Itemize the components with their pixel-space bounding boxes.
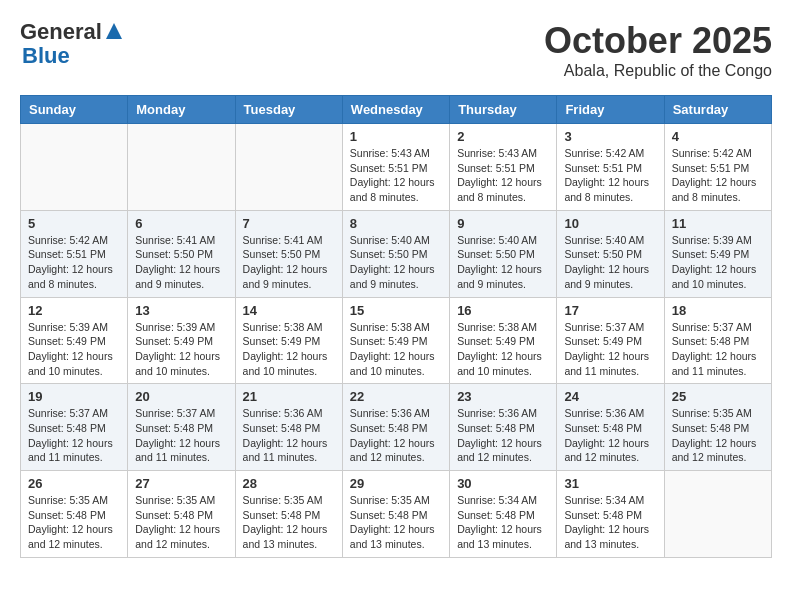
day-number: 23: [457, 389, 549, 404]
day-info: Sunrise: 5:37 AMSunset: 5:48 PMDaylight:…: [28, 406, 120, 465]
col-wednesday: Wednesday: [342, 96, 449, 124]
day-number: 17: [564, 303, 656, 318]
table-row: 29Sunrise: 5:35 AMSunset: 5:48 PMDayligh…: [342, 471, 449, 558]
day-info: Sunrise: 5:35 AMSunset: 5:48 PMDaylight:…: [672, 406, 764, 465]
day-number: 24: [564, 389, 656, 404]
table-row: 9Sunrise: 5:40 AMSunset: 5:50 PMDaylight…: [450, 210, 557, 297]
table-row: 21Sunrise: 5:36 AMSunset: 5:48 PMDayligh…: [235, 384, 342, 471]
day-info: Sunrise: 5:36 AMSunset: 5:48 PMDaylight:…: [457, 406, 549, 465]
svg-marker-0: [106, 23, 122, 39]
table-row: 11Sunrise: 5:39 AMSunset: 5:49 PMDayligh…: [664, 210, 771, 297]
day-number: 5: [28, 216, 120, 231]
calendar-header-row: Sunday Monday Tuesday Wednesday Thursday…: [21, 96, 772, 124]
table-row: 17Sunrise: 5:37 AMSunset: 5:49 PMDayligh…: [557, 297, 664, 384]
day-info: Sunrise: 5:38 AMSunset: 5:49 PMDaylight:…: [243, 320, 335, 379]
day-number: 7: [243, 216, 335, 231]
day-info: Sunrise: 5:36 AMSunset: 5:48 PMDaylight:…: [564, 406, 656, 465]
day-info: Sunrise: 5:40 AMSunset: 5:50 PMDaylight:…: [564, 233, 656, 292]
day-number: 29: [350, 476, 442, 491]
day-number: 9: [457, 216, 549, 231]
table-row: 15Sunrise: 5:38 AMSunset: 5:49 PMDayligh…: [342, 297, 449, 384]
table-row: 4Sunrise: 5:42 AMSunset: 5:51 PMDaylight…: [664, 124, 771, 211]
table-row: [128, 124, 235, 211]
day-number: 31: [564, 476, 656, 491]
day-number: 26: [28, 476, 120, 491]
table-row: 7Sunrise: 5:41 AMSunset: 5:50 PMDaylight…: [235, 210, 342, 297]
calendar-week-row: 19Sunrise: 5:37 AMSunset: 5:48 PMDayligh…: [21, 384, 772, 471]
day-info: Sunrise: 5:41 AMSunset: 5:50 PMDaylight:…: [243, 233, 335, 292]
day-number: 14: [243, 303, 335, 318]
day-info: Sunrise: 5:39 AMSunset: 5:49 PMDaylight:…: [672, 233, 764, 292]
col-sunday: Sunday: [21, 96, 128, 124]
day-number: 21: [243, 389, 335, 404]
day-number: 18: [672, 303, 764, 318]
day-info: Sunrise: 5:35 AMSunset: 5:48 PMDaylight:…: [243, 493, 335, 552]
day-number: 8: [350, 216, 442, 231]
day-number: 30: [457, 476, 549, 491]
table-row: 22Sunrise: 5:36 AMSunset: 5:48 PMDayligh…: [342, 384, 449, 471]
logo-general: General: [20, 20, 102, 44]
table-row: 13Sunrise: 5:39 AMSunset: 5:49 PMDayligh…: [128, 297, 235, 384]
day-info: Sunrise: 5:35 AMSunset: 5:48 PMDaylight:…: [135, 493, 227, 552]
table-row: [21, 124, 128, 211]
table-row: 20Sunrise: 5:37 AMSunset: 5:48 PMDayligh…: [128, 384, 235, 471]
day-number: 22: [350, 389, 442, 404]
day-info: Sunrise: 5:36 AMSunset: 5:48 PMDaylight:…: [350, 406, 442, 465]
calendar-week-row: 12Sunrise: 5:39 AMSunset: 5:49 PMDayligh…: [21, 297, 772, 384]
table-row: 12Sunrise: 5:39 AMSunset: 5:49 PMDayligh…: [21, 297, 128, 384]
col-friday: Friday: [557, 96, 664, 124]
day-number: 13: [135, 303, 227, 318]
day-info: Sunrise: 5:34 AMSunset: 5:48 PMDaylight:…: [564, 493, 656, 552]
logo-blue: Blue: [22, 44, 70, 68]
col-thursday: Thursday: [450, 96, 557, 124]
table-row: [235, 124, 342, 211]
day-info: Sunrise: 5:37 AMSunset: 5:48 PMDaylight:…: [135, 406, 227, 465]
table-row: 27Sunrise: 5:35 AMSunset: 5:48 PMDayligh…: [128, 471, 235, 558]
table-row: 2Sunrise: 5:43 AMSunset: 5:51 PMDaylight…: [450, 124, 557, 211]
table-row: 25Sunrise: 5:35 AMSunset: 5:48 PMDayligh…: [664, 384, 771, 471]
day-info: Sunrise: 5:34 AMSunset: 5:48 PMDaylight:…: [457, 493, 549, 552]
calendar-week-row: 1Sunrise: 5:43 AMSunset: 5:51 PMDaylight…: [21, 124, 772, 211]
day-number: 1: [350, 129, 442, 144]
table-row: 1Sunrise: 5:43 AMSunset: 5:51 PMDaylight…: [342, 124, 449, 211]
table-row: 3Sunrise: 5:42 AMSunset: 5:51 PMDaylight…: [557, 124, 664, 211]
table-row: 28Sunrise: 5:35 AMSunset: 5:48 PMDayligh…: [235, 471, 342, 558]
day-info: Sunrise: 5:42 AMSunset: 5:51 PMDaylight:…: [28, 233, 120, 292]
table-row: 19Sunrise: 5:37 AMSunset: 5:48 PMDayligh…: [21, 384, 128, 471]
day-number: 27: [135, 476, 227, 491]
day-number: 2: [457, 129, 549, 144]
table-row: 14Sunrise: 5:38 AMSunset: 5:49 PMDayligh…: [235, 297, 342, 384]
day-info: Sunrise: 5:37 AMSunset: 5:48 PMDaylight:…: [672, 320, 764, 379]
table-row: 26Sunrise: 5:35 AMSunset: 5:48 PMDayligh…: [21, 471, 128, 558]
day-info: Sunrise: 5:36 AMSunset: 5:48 PMDaylight:…: [243, 406, 335, 465]
day-info: Sunrise: 5:39 AMSunset: 5:49 PMDaylight:…: [135, 320, 227, 379]
col-tuesday: Tuesday: [235, 96, 342, 124]
day-info: Sunrise: 5:42 AMSunset: 5:51 PMDaylight:…: [672, 146, 764, 205]
day-info: Sunrise: 5:40 AMSunset: 5:50 PMDaylight:…: [457, 233, 549, 292]
day-info: Sunrise: 5:38 AMSunset: 5:49 PMDaylight:…: [350, 320, 442, 379]
table-row: 8Sunrise: 5:40 AMSunset: 5:50 PMDaylight…: [342, 210, 449, 297]
day-number: 15: [350, 303, 442, 318]
location-title: Abala, Republic of the Congo: [544, 62, 772, 80]
day-info: Sunrise: 5:42 AMSunset: 5:51 PMDaylight:…: [564, 146, 656, 205]
logo-icon: [104, 21, 124, 41]
day-number: 4: [672, 129, 764, 144]
table-row: 30Sunrise: 5:34 AMSunset: 5:48 PMDayligh…: [450, 471, 557, 558]
day-info: Sunrise: 5:43 AMSunset: 5:51 PMDaylight:…: [350, 146, 442, 205]
day-number: 19: [28, 389, 120, 404]
table-row: 5Sunrise: 5:42 AMSunset: 5:51 PMDaylight…: [21, 210, 128, 297]
day-number: 28: [243, 476, 335, 491]
table-row: [664, 471, 771, 558]
calendar-table: Sunday Monday Tuesday Wednesday Thursday…: [20, 95, 772, 558]
day-info: Sunrise: 5:38 AMSunset: 5:49 PMDaylight:…: [457, 320, 549, 379]
day-info: Sunrise: 5:40 AMSunset: 5:50 PMDaylight:…: [350, 233, 442, 292]
calendar-week-row: 26Sunrise: 5:35 AMSunset: 5:48 PMDayligh…: [21, 471, 772, 558]
calendar-week-row: 5Sunrise: 5:42 AMSunset: 5:51 PMDaylight…: [21, 210, 772, 297]
day-info: Sunrise: 5:41 AMSunset: 5:50 PMDaylight:…: [135, 233, 227, 292]
day-number: 6: [135, 216, 227, 231]
day-number: 16: [457, 303, 549, 318]
month-title: October 2025: [544, 20, 772, 62]
day-number: 11: [672, 216, 764, 231]
table-row: 16Sunrise: 5:38 AMSunset: 5:49 PMDayligh…: [450, 297, 557, 384]
table-row: 18Sunrise: 5:37 AMSunset: 5:48 PMDayligh…: [664, 297, 771, 384]
